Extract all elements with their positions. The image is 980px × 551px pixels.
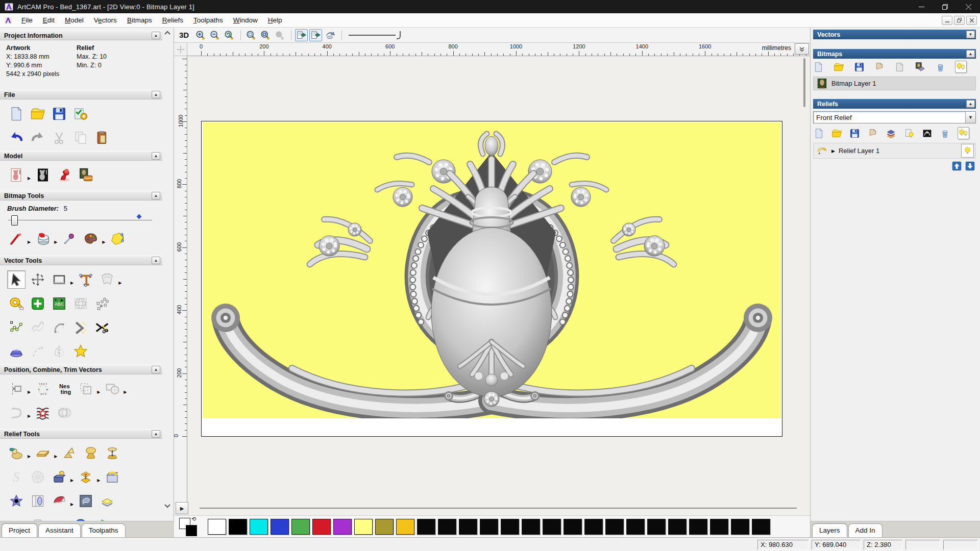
child-minimize-button[interactable] xyxy=(942,16,952,25)
save-bitmap-layer-button[interactable] xyxy=(853,61,865,73)
flyout-arrow-icon[interactable]: ▶ xyxy=(28,390,31,394)
trim-vectors-tool[interactable] xyxy=(93,318,111,337)
delete-relief-layer-button[interactable] xyxy=(867,127,878,139)
new-blank-layer-button[interactable] xyxy=(894,61,905,73)
node-editing-tool[interactable] xyxy=(29,294,47,313)
chevron-down-icon[interactable]: ▼ xyxy=(965,112,975,123)
bitmap-layer-row[interactable]: Bitmap Layer 1 xyxy=(813,77,976,90)
greyscale-model-tool[interactable] xyxy=(34,166,52,184)
interlock-vectors-tool[interactable] xyxy=(55,404,74,422)
flyout-arrow-icon[interactable]: ▶ xyxy=(28,176,31,181)
open-relief-layer-button[interactable] xyxy=(831,127,842,139)
weave-wizard-tool[interactable] xyxy=(29,468,47,486)
palette-swatch-12[interactable] xyxy=(459,519,477,535)
scroll-down-icon[interactable] xyxy=(163,502,172,509)
collapse-icon[interactable]: ▲ xyxy=(966,50,975,58)
palette-swatch-20[interactable] xyxy=(626,519,645,535)
star-relief-tool[interactable] xyxy=(7,492,26,510)
sharpen-corner-tool[interactable] xyxy=(71,318,90,337)
offset-relief-tool[interactable] xyxy=(50,468,68,486)
flyout-arrow-icon[interactable]: ▶ xyxy=(70,478,74,483)
envelope-distort-tool[interactable] xyxy=(98,270,116,289)
palette-swatch-8[interactable] xyxy=(375,519,394,535)
palette-swatch-2[interactable] xyxy=(250,519,268,535)
fan-relief-tool[interactable] xyxy=(50,492,68,510)
mesh-creator-tool[interactable] xyxy=(71,294,90,313)
open-bitmap-layer-button[interactable] xyxy=(834,61,845,73)
delete-bitmap-layer-button[interactable] xyxy=(874,61,885,73)
move-layer-up-button[interactable] xyxy=(951,161,962,171)
copy-tool[interactable] xyxy=(71,129,90,147)
palette-swatch-22[interactable] xyxy=(668,519,687,535)
palette-swatch-24[interactable] xyxy=(710,519,728,535)
new-relief-layer-button[interactable] xyxy=(813,127,824,139)
combine-layers-button[interactable] xyxy=(886,127,897,139)
vector-texture-tool[interactable] xyxy=(34,404,52,422)
collapse-icon[interactable]: ▲ xyxy=(152,192,160,199)
minimize-button[interactable] xyxy=(910,0,933,13)
text-block-tool[interactable]: ABC xyxy=(50,294,68,313)
toggle-bitmap-view-button[interactable] xyxy=(295,29,308,41)
menu-help[interactable]: Help xyxy=(263,14,287,26)
drawing-viewport[interactable] xyxy=(187,56,799,502)
toggle-all-reliefs-button[interactable] xyxy=(958,127,969,139)
move-layer-down-button[interactable] xyxy=(965,161,975,171)
transform-vectors-tool[interactable] xyxy=(29,270,47,289)
menu-file[interactable]: File xyxy=(16,14,38,26)
text-on-curve-tool[interactable]: t e x tceu r v xyxy=(34,380,52,398)
mirror-vectors-tool[interactable] xyxy=(50,342,68,361)
active-relief-combobox[interactable]: Front Relief ▼ xyxy=(813,111,976,123)
arc-editing-tool[interactable] xyxy=(50,318,68,337)
palette-swatch-4[interactable] xyxy=(291,519,310,535)
dome-relief-tool[interactable] xyxy=(82,444,100,462)
create-text-tool[interactable] xyxy=(77,270,95,289)
palette-swatch-19[interactable] xyxy=(605,519,624,535)
paste-relief-tool[interactable] xyxy=(98,492,116,510)
relief-layer-row[interactable]: + ▶ Relief Layer 1 xyxy=(813,143,976,159)
flyout-arrow-icon[interactable]: ▶ xyxy=(28,454,31,459)
palette-swatch-7[interactable] xyxy=(354,519,373,535)
expand-icon[interactable]: ▼ xyxy=(966,31,975,38)
secondary-colour-swatch[interactable] xyxy=(186,525,197,536)
slider-handle[interactable] xyxy=(11,215,18,226)
tab-add-in[interactable]: Add In xyxy=(848,523,883,537)
zoom-previous-button[interactable] xyxy=(223,29,235,41)
line-width-control[interactable] xyxy=(349,31,405,39)
texture-relief-tool[interactable] xyxy=(77,492,95,510)
zoom-out-button[interactable] xyxy=(208,29,221,41)
save-relief-layer-button[interactable] xyxy=(849,127,861,139)
brush-diameter-slider[interactable] xyxy=(7,214,155,227)
palette-swatch-21[interactable] xyxy=(647,519,666,535)
palette-swatch-15[interactable] xyxy=(522,519,540,535)
new-bitmap-layer-button[interactable] xyxy=(813,61,824,73)
collapse-icon[interactable]: ▲ xyxy=(152,91,160,98)
save-model-tool[interactable] xyxy=(50,105,68,123)
freehand-draw-tool[interactable] xyxy=(29,318,47,337)
relief-preview-button[interactable] xyxy=(921,127,933,139)
flyout-arrow-icon[interactable]: ▶ xyxy=(28,240,31,244)
create-rectangle-tool[interactable] xyxy=(50,270,68,289)
cut-tool[interactable] xyxy=(50,129,68,147)
dynamic-sculpt-tool[interactable] xyxy=(77,468,95,486)
zoom-fit-button[interactable] xyxy=(259,29,272,41)
sculpt-smooth-tool[interactable]: S xyxy=(7,468,26,486)
clear-layer-button[interactable] xyxy=(935,61,946,73)
menu-model[interactable]: Model xyxy=(60,14,89,26)
flyout-arrow-icon[interactable]: ▶ xyxy=(97,478,100,483)
horizontal-scroll-track[interactable] xyxy=(200,508,797,509)
flyout-arrow-icon[interactable]: ▶ xyxy=(54,240,57,244)
colour-picker-tool[interactable] xyxy=(60,230,79,248)
menu-vectors[interactable]: Vectors xyxy=(89,14,122,26)
menu-window[interactable]: Window xyxy=(228,14,263,26)
palette-swatch-26[interactable] xyxy=(752,519,770,535)
palette-swatch-14[interactable] xyxy=(501,519,519,535)
palette-swatch-25[interactable] xyxy=(731,519,749,535)
child-close-button[interactable] xyxy=(966,16,977,25)
align-vectors-tool[interactable] xyxy=(7,380,26,398)
zoom-object-button[interactable] xyxy=(273,29,286,41)
flyout-arrow-icon[interactable]: ▶ xyxy=(118,281,121,285)
edit-palette-tool[interactable] xyxy=(82,230,100,248)
load-relief-tool[interactable] xyxy=(103,468,121,486)
flyout-arrow-icon[interactable]: ▶ xyxy=(97,390,100,394)
collapse-icon[interactable]: ▲ xyxy=(966,100,975,108)
